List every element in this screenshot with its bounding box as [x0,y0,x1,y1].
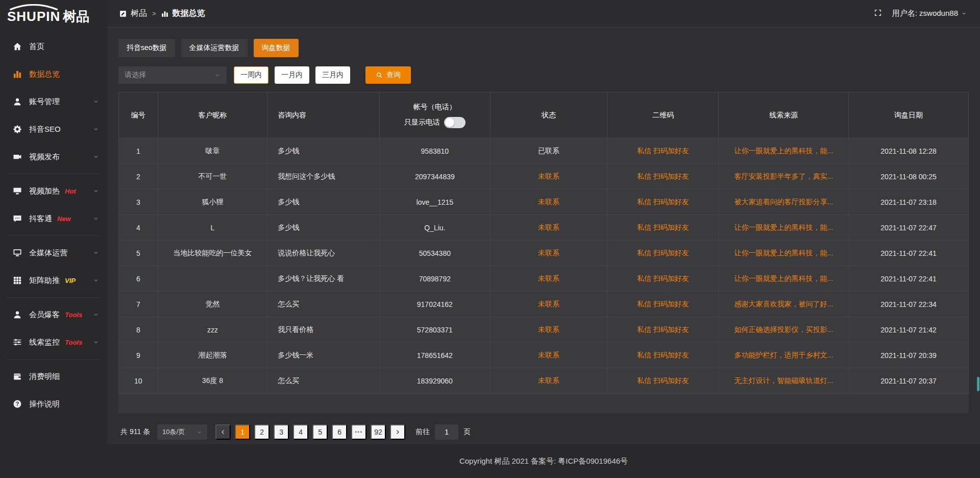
sliders-icon [12,337,22,347]
sidebar-item-account-manage[interactable]: 账号管理 [0,88,107,115]
filter-select[interactable]: 请选择 [118,66,227,84]
page-button-5[interactable]: 5 [312,424,328,440]
page-button-6[interactable]: 6 [332,424,347,440]
source-link[interactable]: 多功能护栏灯，适用于乡村文... [719,343,849,368]
cell-id: 1 [119,138,158,164]
tab-inquiry-data[interactable]: 询盘数据 [254,39,299,57]
phone-only-toggle[interactable] [444,117,465,128]
sidebar-item-data-overview[interactable]: 数据总览 [0,60,107,88]
topbar: 树品 > 数据总览 用户名: zswodun88 [107,0,980,28]
sidebar-divider [7,235,100,236]
qrcode-link[interactable]: 私信 扫码加好友 [607,343,719,368]
range-button-3[interactable]: 三月内 [315,66,350,84]
page-button-92[interactable]: 92 [371,424,386,440]
source-link[interactable]: 被大家追着问的客厅投影分享... [719,189,849,215]
source-link[interactable]: 感谢大家喜欢我家，被问了好... [719,292,849,317]
cell-content: 多少钱？让我死心 看 [267,266,380,292]
cell-id: 8 [119,317,158,343]
qrcode-link[interactable]: 私信 扫码加好友 [607,138,719,164]
username-label: 用户名: zswodun88 [892,9,958,18]
table-row: 7觉然怎么买917024162未联系私信 扫码加好友感谢大家喜欢我家，被问了好.… [119,292,969,317]
cell-content: 我只看价格 [267,317,380,343]
page-button-4[interactable]: 4 [293,424,308,440]
sidebar-item-consumption-detail[interactable]: 消费明细 [0,363,107,390]
page-button-3[interactable]: 3 [274,424,289,440]
qrcode-link[interactable]: 私信 扫码加好友 [607,266,719,292]
column-header: 询盘日期 [849,92,969,138]
table-header-row: 编号客户昵称咨询内容帐号（电话）只显示电话状态二维码线索来源询盘日期 [119,92,969,138]
column-header-label: 帐号（电话） [380,103,489,112]
source-link[interactable]: 无主灯设计，智能磁吸轨道灯... [719,368,849,394]
cell-id: 10 [119,368,158,394]
scrollbar-thumb[interactable] [977,377,979,391]
qrcode-link[interactable]: 私信 扫码加好友 [607,189,719,215]
search-button[interactable]: 查询 [365,66,411,84]
sidebar-item-douyin-seo[interactable]: 抖音SEO [0,115,107,143]
cell-nickname: zzz [158,317,267,343]
search-button-label: 查询 [386,70,401,80]
page-size-select[interactable]: 10条/页 [157,424,207,440]
cell-id: 5 [119,241,158,266]
status-badge: 未联系 [490,266,607,292]
sidebar-item-member-burst[interactable]: 会员爆客Tools [0,301,107,328]
cell-date: 2021-11-07 22:34 [849,292,969,317]
sidebar-item-media-operation[interactable]: 全媒体运营 [0,239,107,267]
app-logo[interactable]: SHUPIN 树品 [0,0,107,28]
cell-nickname: 觉然 [158,292,267,317]
status-badge: 未联系 [490,368,607,394]
pager-more-button[interactable]: ••• [351,424,366,440]
tab-media-operation-data[interactable]: 全媒体运营数据 [181,39,248,57]
sidebar-item-home[interactable]: 首页 [0,33,107,60]
grid-icon [12,275,22,285]
bar-chart-icon [161,10,168,17]
cell-date: 2021-11-08 12:28 [849,138,969,164]
sidebar-item-matrix-boost[interactable]: 矩阵助推VIP [0,267,107,294]
column-header-label: 编号 [119,111,158,120]
sidebar-item-video-publish[interactable]: 视频发布 [0,143,107,171]
chevron-down-icon [93,339,99,345]
source-link[interactable]: 客厅安装投影半年多了，真实... [719,164,849,189]
range-button-2[interactable]: 一月内 [275,66,309,84]
status-badge: 未联系 [490,241,607,266]
page-button-2[interactable]: 2 [254,424,270,440]
sidebar-item-label: 账号管理 [29,97,60,107]
sidebar-item-video-heat[interactable]: 视频加热Hot [0,177,107,205]
sidebar-item-badge: VIP [65,277,76,284]
qrcode-link[interactable]: 私信 扫码加好友 [607,368,719,394]
breadcrumb-current: 数据总览 [173,8,205,19]
page-button-1[interactable]: 1 [235,424,250,440]
cell-date: 2021-11-07 22:41 [849,241,969,266]
next-page-button[interactable] [390,424,405,440]
question-icon [12,399,22,409]
source-link[interactable]: 让你一眼就爱上的黑科技，能... [719,215,849,241]
page-jump-input[interactable] [435,424,458,440]
sidebar-item-douketong[interactable]: 抖客通New [0,205,107,232]
sidebar-item-operation-guide[interactable]: 操作说明 [0,390,107,418]
range-button-1[interactable]: 一周内 [234,66,268,84]
fullscreen-icon[interactable] [874,9,882,18]
sidebar-item-clue-monitor[interactable]: 线索监控Tools [0,328,107,356]
gear-icon [12,124,22,134]
column-header-label: 询盘日期 [849,111,968,120]
sidebar-item-label: 数据总览 [29,69,60,79]
prev-page-button[interactable] [215,424,231,440]
user-menu[interactable]: 用户名: zswodun88 [892,9,967,18]
table-row: 9潮起潮落多少钱一米178651642未联系私信 扫码加好友多功能护栏灯，适用于… [119,343,969,368]
source-link[interactable]: 让你一眼就爱上的黑科技，能... [719,241,849,266]
cell-account: 2097344839 [380,164,490,189]
source-link[interactable]: 让你一眼就爱上的黑科技，能... [719,138,849,164]
source-link[interactable]: 让你一眼就爱上的黑科技，能... [719,266,849,292]
sidebar-item-badge: Tools [65,339,82,346]
qrcode-link[interactable]: 私信 扫码加好友 [607,241,719,266]
tab-douyin-seo-data[interactable]: 抖音seo数据 [118,39,175,57]
qrcode-link[interactable]: 私信 扫码加好友 [607,215,719,241]
source-link[interactable]: 如何正确选择投影仪，买投影... [719,317,849,343]
screen-icon [12,186,22,196]
cell-account: 50534380 [380,241,490,266]
qrcode-link[interactable]: 私信 扫码加好友 [607,317,719,343]
breadcrumb-root[interactable]: 树品 [131,8,147,19]
column-header: 线索来源 [719,92,849,138]
qrcode-link[interactable]: 私信 扫码加好友 [607,164,719,189]
column-header-label: 线索来源 [719,111,848,120]
qrcode-link[interactable]: 私信 扫码加好友 [607,292,719,317]
